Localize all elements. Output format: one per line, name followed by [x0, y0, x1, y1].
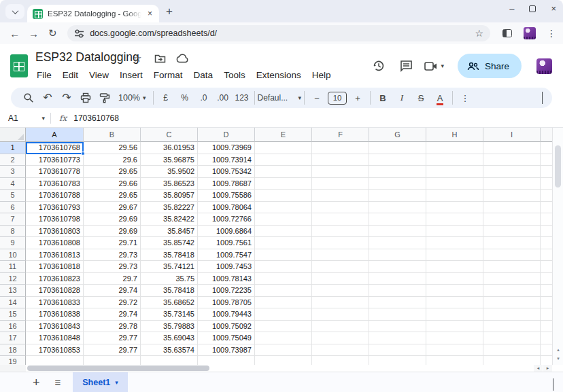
vertical-scrollbar-thumb[interactable]: [555, 145, 561, 188]
cell-I5[interactable]: [483, 190, 541, 202]
cell-E8[interactable]: [255, 226, 312, 238]
cell-B11[interactable]: 29.73: [84, 261, 141, 273]
cell-C10[interactable]: 35.78418: [141, 249, 198, 262]
cell-C2[interactable]: 35.96875: [141, 154, 198, 166]
cell-G7[interactable]: [369, 213, 426, 226]
format-percent-button[interactable]: %: [175, 90, 194, 106]
cell-D9[interactable]: 1009.7561: [198, 237, 255, 249]
row-header-13[interactable]: 13: [0, 285, 26, 297]
cell-H12[interactable]: [426, 273, 483, 285]
font-selector[interactable]: Defaul... ▾: [258, 90, 302, 106]
cell-I13[interactable]: [483, 285, 541, 297]
cell-D7[interactable]: 1009.72766: [198, 213, 255, 226]
column-header-G[interactable]: G: [369, 128, 426, 142]
cell-E1[interactable]: [255, 142, 312, 154]
doc-title[interactable]: ESP32 Datalogging: [35, 50, 139, 65]
cell-A18[interactable]: 1703610853: [26, 344, 84, 357]
browser-menu-icon[interactable]: ⋮: [547, 28, 556, 39]
row-header-10[interactable]: 10: [0, 249, 26, 262]
cell-B1[interactable]: 29.56: [84, 142, 141, 154]
cell-E12[interactable]: [255, 273, 312, 285]
cell-C9[interactable]: 35.85742: [141, 237, 198, 249]
cell-F11[interactable]: [312, 261, 369, 273]
search-icon[interactable]: [19, 90, 38, 106]
cell-A4[interactable]: 1703610783: [26, 178, 84, 190]
row-header-18[interactable]: 18: [0, 344, 26, 357]
cell-H3[interactable]: [426, 166, 483, 178]
cell-E9[interactable]: [255, 237, 312, 249]
cell-F3[interactable]: [312, 166, 369, 178]
cell-F10[interactable]: [312, 249, 369, 262]
cell-A13[interactable]: 1703610828: [26, 285, 84, 297]
cell-E16[interactable]: [255, 321, 312, 333]
collapse-toolbar-icon[interactable]: [542, 92, 543, 104]
cell-E13[interactable]: [255, 285, 312, 297]
cell-C17[interactable]: 35.69043: [141, 332, 198, 344]
column-header-A[interactable]: A: [26, 128, 84, 142]
cell-C19[interactable]: [141, 356, 198, 365]
cell-B17[interactable]: 29.77: [84, 332, 141, 344]
cell-A6[interactable]: 1703610793: [26, 202, 84, 214]
cell-H13[interactable]: [426, 285, 483, 297]
cell-G16[interactable]: [369, 321, 426, 333]
cell-G11[interactable]: [369, 261, 426, 273]
column-header-I[interactable]: I: [483, 128, 541, 142]
cell-I7[interactable]: [483, 213, 541, 226]
cell-B19[interactable]: [84, 356, 141, 365]
cell-B14[interactable]: 29.72: [84, 297, 141, 309]
cell-E14[interactable]: [255, 297, 312, 309]
cell-F13[interactable]: [312, 285, 369, 297]
window-minimize-button[interactable]: –: [509, 4, 514, 13]
collapse-panel-icon[interactable]: [553, 378, 553, 391]
cell-B7[interactable]: 29.69: [84, 213, 141, 226]
meet-call-control[interactable]: ▾: [424, 61, 444, 71]
cell-I2[interactable]: [483, 154, 541, 166]
cell-D18[interactable]: 1009.73987: [198, 344, 255, 357]
browser-tab[interactable]: ESP32 Datalogging - Google Sh ×: [27, 5, 159, 22]
cell-F18[interactable]: [312, 344, 369, 357]
cell-I1[interactable]: [483, 142, 541, 154]
menu-format[interactable]: Format: [148, 68, 188, 82]
cell-B16[interactable]: 29.78: [84, 321, 141, 333]
bold-button[interactable]: B: [373, 90, 392, 106]
cell-H2[interactable]: [426, 154, 483, 166]
scroll-left-icon[interactable]: ◂: [534, 365, 543, 372]
cell-F19[interactable]: [312, 356, 369, 365]
cell-I4[interactable]: [483, 178, 541, 190]
horizontal-scrollbar[interactable]: ◂ ▸: [0, 365, 563, 372]
column-header-B[interactable]: B: [84, 128, 141, 142]
cell-H18[interactable]: [426, 344, 483, 357]
star-doc-icon[interactable]: ☆: [131, 52, 144, 65]
menu-help[interactable]: Help: [307, 68, 337, 82]
cell-E15[interactable]: [255, 308, 312, 321]
cell-F17[interactable]: [312, 332, 369, 344]
italic-button[interactable]: I: [392, 90, 411, 106]
cell-B10[interactable]: 29.73: [84, 249, 141, 262]
cell-H16[interactable]: [426, 321, 483, 333]
text-color-button[interactable]: A: [430, 90, 449, 106]
cell-B18[interactable]: 29.77: [84, 344, 141, 357]
column-header-H[interactable]: H: [426, 128, 483, 142]
cell-D5[interactable]: 1009.75586: [198, 190, 255, 202]
all-sheets-icon[interactable]: ≡: [55, 377, 61, 387]
cell-B4[interactable]: 29.66: [84, 178, 141, 190]
cell-D19[interactable]: [198, 356, 255, 365]
row-header-9[interactable]: 9: [0, 237, 26, 249]
cell-C13[interactable]: 35.78418: [141, 285, 198, 297]
cell-F6[interactable]: [312, 202, 369, 214]
more-formats-button[interactable]: 123: [233, 90, 252, 106]
cell-B6[interactable]: 29.67: [84, 202, 141, 214]
cell-G1[interactable]: [369, 142, 426, 154]
cell-G12[interactable]: [369, 273, 426, 285]
cell-A12[interactable]: 1703610823: [26, 273, 84, 285]
cell-A19[interactable]: [26, 356, 84, 365]
increase-decimal-button[interactable]: .00: [214, 90, 233, 106]
cell-B5[interactable]: 29.65: [84, 190, 141, 202]
row-header-12[interactable]: 12: [0, 273, 26, 285]
cell-I17[interactable]: [483, 332, 541, 344]
redo-icon[interactable]: ↷: [57, 90, 76, 106]
cell-G10[interactable]: [369, 249, 426, 262]
row-header-8[interactable]: 8: [0, 226, 26, 238]
cell-C6[interactable]: 35.82227: [141, 202, 198, 214]
row-header-7[interactable]: 7: [0, 213, 26, 226]
